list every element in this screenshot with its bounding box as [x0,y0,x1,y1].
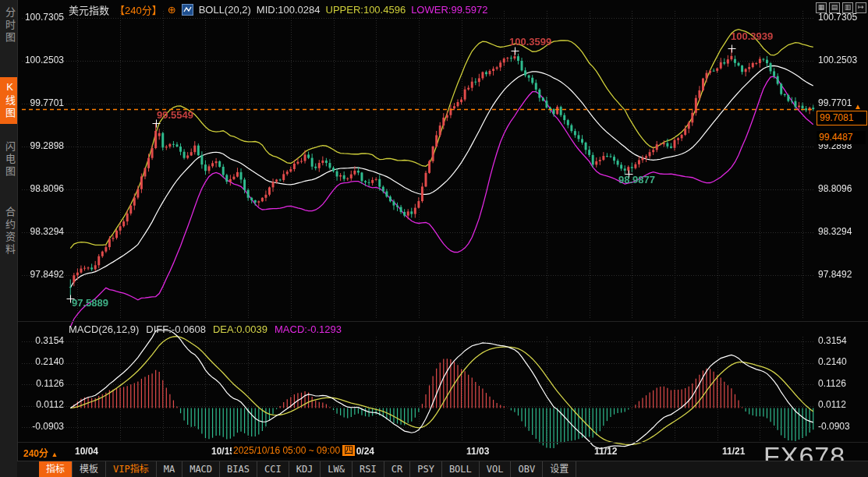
toolbar-item-ma[interactable]: MA [157,461,182,477]
macd-axis-label: 0.3154 [16,335,64,346]
toolbar-item-vip-indicators[interactable]: VIP指标 [106,461,157,477]
link-compare-icon[interactable]: ⊕ [168,4,176,16]
y-axis-label: 98.8096 [16,183,64,194]
macd-hist-value: MACD:-0.1293 [275,323,342,335]
macd-diff-value: DIFF:-0.0608 [146,323,206,335]
candlestick-macd-canvas[interactable] [0,0,868,477]
macd-axis-label: 0.0112 [818,399,866,410]
y-axis-label: 100.2503 [818,55,866,65]
y-axis-label: 100.7305 [818,12,866,23]
dropdown-arrow-icon: ▲ [51,450,58,458]
macd-axis-label: 0.1126 [818,378,866,389]
shift-latest-icon[interactable]: ↦ [856,2,866,13]
toolbar-item-rsi[interactable]: RSI [353,461,384,477]
macd-axis-label: -0.0903 [818,421,866,432]
swing-high-annotation: 99.5549 [157,109,193,121]
boll-lower-value: LOWER:99.5972 [411,4,487,16]
macd-name: MACD(26,12,9) [69,323,139,335]
period-dropdown[interactable]: 240分 ▲ [23,446,58,459]
chart-mode-sidebar: 分时图 K线图 闪电图 合约资料 [0,0,18,477]
swing-low-annotation: 97.5889 [72,297,108,309]
toolbar-item-boll[interactable]: BOLL [442,461,480,477]
y-axis-label: 97.8492 [818,269,866,280]
toolbar-item-vol[interactable]: VOL [480,461,512,477]
y-axis-label: 97.8492 [16,269,64,280]
toolbar-item-obv[interactable]: OBV [511,461,543,477]
y-axis-label: 98.3294 [818,226,866,237]
y-axis-label: 98.3294 [16,226,64,237]
toolbar-item-macd[interactable]: MACD [182,461,220,477]
macd-axis-label: 0.0112 [16,399,64,410]
macd-header: MACD(26,12,9) DIFF:-0.0608 DEA:0.0039 MA… [69,323,342,335]
date-tick: 11/12 [594,446,617,457]
scale-left-icon[interactable]: ▤ [829,2,840,13]
y-axis-label: 100.2503 [16,55,64,65]
swing-high-annotation: 100.3599 [509,36,551,48]
macd-dea-value: DEA:0.0039 [213,323,267,335]
mini-chart-icon[interactable] [182,4,193,16]
date-tick: 11/03 [466,446,489,457]
y-axis-label: 98.8096 [818,183,866,194]
y-axis-label: 100.7305 [16,12,64,23]
indicator-toolbar: 指标 模板 VIP指标 MA MACD BIAS CCI KDJ LW& RSI… [17,461,868,477]
swing-low-annotation: 98.9877 [618,174,655,186]
date-tick: 11/21 [722,446,745,457]
toolbar-item-indicators[interactable]: 指标 [39,461,73,477]
macd-axis-label: 0.1126 [16,378,64,389]
toolbar-item-cci[interactable]: CCI [257,461,289,477]
boll-indicator-label: BOLL(20,2) [199,4,251,16]
macd-axis-label: 0.2140 [16,356,64,367]
sidebar-tab-lightning[interactable]: 闪电图 [0,137,17,182]
swing-high-annotation: 100.3939 [731,30,773,42]
crosshair-time-tooltip: 2025/10/16 05:00 ~ 09:00四 [232,444,356,458]
macd-axis-label: -0.0903 [16,421,64,432]
time-axis: 240分 ▲ 10/04 10/15 10/24 11/03 11/12 11/… [0,443,868,460]
kline-chart-window: 分时图 K线图 闪电图 合约资料 美元指数 【240分】 ⊕ BOLL(20,2… [0,0,868,477]
y-axis-label: 99.7701 [16,97,64,108]
toolbar-item-kdj[interactable]: KDJ [289,461,321,477]
sidebar-tab-contract-info[interactable]: 合约资料 [0,203,17,260]
sidebar-tab-timeshare[interactable]: 分时图 [0,3,17,48]
y-axis-label: 99.2898 [16,140,64,151]
sidebar-tab-kline[interactable]: K线图 [0,77,17,124]
symbol-name: 美元指数 [69,2,109,17]
layout-grid-icon[interactable]: ▦ [816,2,827,13]
boll-mid-value: MID:100.0284 [257,4,321,16]
toolbar-item-cr[interactable]: CR [384,461,410,477]
toolbar-item-templates[interactable]: 模板 [73,461,106,477]
toolbar-item-psy[interactable]: PSY [410,461,442,477]
secondary-price-tag: 99.4487 [817,131,866,144]
chart-tools: ▦ ▤ ▥ ↦ [816,2,866,13]
toolbar-item-lw[interactable]: LW& [321,461,353,477]
macd-axis-label: 0.2140 [818,356,866,367]
macd-axis-label: 0.3154 [818,335,866,346]
chart-header: 美元指数 【240分】 ⊕ BOLL(20,2) MID:100.0284 UP… [69,3,487,16]
toolbar-item-settings[interactable]: 设置 [543,461,576,477]
toolbar-item-bias[interactable]: BIAS [220,461,257,477]
scale-right-icon[interactable]: ▥ [842,2,853,13]
boll-upper-value: UPPER:100.4596 [326,4,406,16]
period-label: 【240分】 [115,2,162,17]
jump-latest-arrow-icon[interactable]: ▲ [854,102,862,111]
weekday-badge: 四 [342,445,355,456]
date-tick: 10/04 [75,446,98,457]
panel-divider [17,321,868,322]
current-price-tag: 99.7081 [817,111,867,125]
